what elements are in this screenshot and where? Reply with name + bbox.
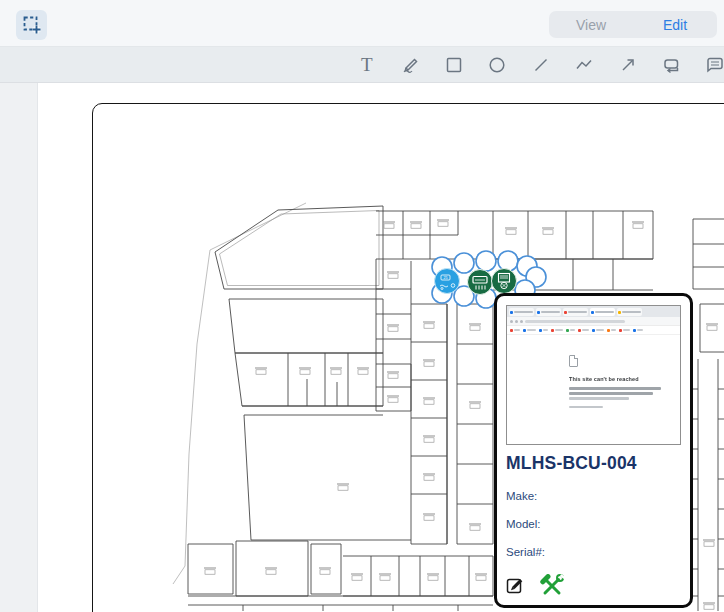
- view-mode-button[interactable]: View: [549, 11, 633, 38]
- pen-tool-button[interactable]: [389, 47, 433, 83]
- device-marker-bcu-004[interactable]: [492, 269, 517, 294]
- serial-field-label: Serial#:: [506, 546, 681, 558]
- site-boundary: [173, 203, 306, 584]
- text-tool-icon: T: [361, 54, 373, 76]
- device-marker-unit-ventilator[interactable]: [468, 270, 493, 295]
- device-marker-empty[interactable]: [476, 251, 496, 271]
- connector-icon: [661, 55, 681, 75]
- hammer-wrench-icon: [540, 574, 564, 596]
- device-marker-empty[interactable]: [454, 253, 474, 273]
- maintenance-tools-button[interactable]: [540, 574, 564, 596]
- comment-icon: [705, 55, 724, 75]
- model-field-label: Model:: [506, 518, 681, 530]
- device-marker-controller[interactable]: 25: [435, 269, 460, 294]
- browser-screenshot-preview: This site can't be reached: [507, 306, 680, 444]
- canvas-left-gutter: [0, 83, 38, 612]
- device-info-popup: This site can't be reached MLHS-BCU-004 …: [494, 293, 693, 608]
- comment-tool-button[interactable]: [693, 47, 724, 83]
- ellipse-tool-button[interactable]: [476, 47, 520, 83]
- arrow-icon: [618, 55, 638, 75]
- svg-text:25: 25: [444, 276, 448, 280]
- device-marker-empty[interactable]: [498, 251, 518, 271]
- line-tool-button[interactable]: [519, 47, 563, 83]
- arrow-tool-button[interactable]: [606, 47, 650, 83]
- edit-device-button[interactable]: [506, 576, 525, 595]
- polyline-icon: [574, 55, 594, 75]
- error-page-title: This site can't be reached: [569, 376, 680, 382]
- connector-tool-button[interactable]: [650, 47, 694, 83]
- text-tool-button[interactable]: T: [345, 47, 389, 83]
- make-field-label: Make:: [506, 490, 681, 502]
- marquee-select-button[interactable]: [16, 10, 47, 40]
- top-bar: View Edit: [0, 0, 724, 47]
- rectangle-icon: [444, 55, 464, 75]
- drawing-toolbar: T: [0, 47, 724, 83]
- mode-toggle: View Edit: [549, 11, 717, 38]
- ellipse-icon: [487, 55, 507, 75]
- pen-icon: [400, 55, 420, 75]
- device-link-thumbnail[interactable]: This site can't be reached: [506, 305, 681, 445]
- line-icon: [531, 55, 551, 75]
- rectangle-tool-button[interactable]: [432, 47, 476, 83]
- polyline-tool-button[interactable]: [563, 47, 607, 83]
- device-name: MLHS-BCU-004: [506, 453, 681, 474]
- edit-pencil-icon: [506, 576, 525, 595]
- marquee-select-icon: [22, 15, 42, 35]
- error-page-icon: [569, 355, 578, 367]
- edit-mode-button[interactable]: Edit: [633, 11, 717, 38]
